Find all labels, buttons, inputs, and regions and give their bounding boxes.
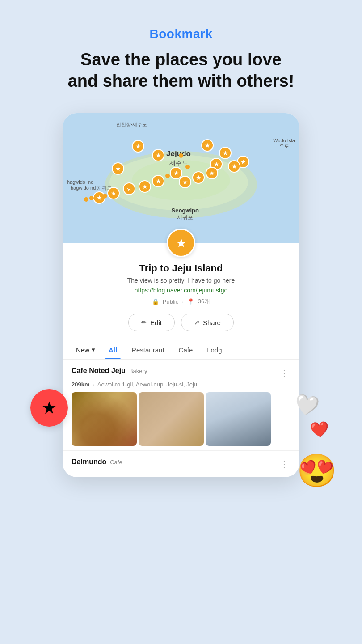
- share-icon: ↗: [194, 318, 200, 326]
- headline: Save the places you love and share them …: [50, 49, 312, 92]
- edit-button[interactable]: ✏ Edit: [128, 314, 175, 331]
- map-dot: [185, 165, 190, 169]
- place-item-1: Cafe Noted Jeju Bakery ⋮ 209km · Aewol-r…: [63, 360, 299, 451]
- tab-restaurant[interactable]: Restaurant: [124, 341, 171, 359]
- map-dot: [127, 185, 132, 189]
- photo-1: [72, 392, 137, 446]
- map-dot: [89, 196, 94, 200]
- map-pin: ★: [206, 167, 218, 179]
- deco-bookmark-left: ★: [30, 389, 68, 427]
- place-item-2: Delmundo Cafe ⋮: [63, 451, 299, 477]
- map-pin: ★: [219, 147, 232, 159]
- deco-heart-top: 🤍: [293, 392, 321, 419]
- collection-description: The view is so pretty! I have to go here: [75, 277, 287, 284]
- tab-cafe[interactable]: Cafe: [172, 341, 200, 359]
- tab-all[interactable]: All: [101, 341, 124, 359]
- tab-lodg[interactable]: Lodg...: [200, 341, 235, 359]
- edit-icon: ✏: [141, 318, 147, 326]
- pin-icon: 📍: [187, 298, 194, 305]
- map-pin: ★: [107, 187, 120, 199]
- tabs-row: New ▾ All Restaurant Cafe Lodg...: [63, 340, 299, 360]
- map-pin: ★: [152, 149, 164, 161]
- map-pin: ★: [139, 180, 151, 193]
- map-pin: ★: [152, 175, 164, 187]
- map-dot: [165, 174, 170, 178]
- collection-meta: 🔒 Public · 📍 36개: [75, 297, 287, 305]
- place-name-row-2: Delmundo Cafe: [72, 458, 122, 466]
- map-label-incheon: 인천항·제주도: [116, 121, 147, 128]
- map-label-seogwipo: Seogwipo 서귀포: [172, 207, 199, 221]
- map-dot: [103, 194, 107, 198]
- collection-link[interactable]: https://blog.naver.com/jejumustgo: [75, 287, 287, 294]
- map-dot: [84, 197, 88, 202]
- map-area: 인천항·제주도 Wudo Isla 우도 hagwido ndhagwido n…: [63, 113, 299, 243]
- map-pin: ★: [179, 176, 191, 188]
- lock-icon: 🔒: [152, 298, 159, 305]
- collection-title: Trip to Jeju Island: [75, 263, 287, 274]
- action-buttons: ✏ Edit ↗ Share: [75, 314, 287, 331]
- place-category-2: Cafe: [110, 459, 122, 466]
- place-name-row: Cafe Noted Jeju Bakery: [72, 367, 147, 375]
- chevron-down-icon: ▾: [92, 346, 95, 354]
- more-button-2[interactable]: ⋮: [278, 458, 290, 470]
- deco-heart-mid: ❤️: [309, 419, 329, 439]
- photo-2: [139, 392, 204, 446]
- map-pin: ★: [201, 139, 214, 152]
- photo-3: [206, 392, 271, 446]
- more-button[interactable]: ⋮: [278, 367, 290, 379]
- feature-label: Bookmark: [150, 27, 213, 41]
- map-dot: [179, 153, 183, 158]
- place-address: 209km · Aewol-ro 1-gil, Aewol-eup, Jeju-…: [72, 381, 290, 388]
- place-header-2: Delmundo Cafe ⋮: [72, 458, 290, 470]
- map-pin: ★: [112, 162, 124, 175]
- place-name-2: Delmundo: [72, 458, 106, 466]
- share-button[interactable]: ↗ Share: [181, 314, 234, 331]
- collection-profile: ★ Trip to Jeju Island The view is so pre…: [63, 229, 299, 331]
- map-pin: ★: [132, 140, 144, 153]
- map-dot: [114, 189, 118, 194]
- map-pin: ★: [192, 171, 205, 184]
- place-name: Cafe Noted Jeju: [72, 367, 126, 375]
- map-pin: ★: [170, 167, 182, 179]
- phone-card: 인천항·제주도 Wudo Isla 우도 hagwido ndhagwido n…: [63, 113, 299, 477]
- map-label-wudo: Wudo Isla 우도: [273, 138, 295, 150]
- place-header: Cafe Noted Jeju Bakery ⋮: [72, 367, 290, 379]
- photo-row: [72, 392, 290, 446]
- map-pin: ★: [228, 160, 240, 173]
- collection-icon: ★: [167, 229, 195, 257]
- map-label-hagwido: hagwido ndhagwido nd 차귀도: [67, 179, 112, 191]
- deco-emoji: 😍: [297, 452, 337, 490]
- tab-new[interactable]: New ▾: [70, 340, 101, 359]
- place-category: Bakery: [129, 368, 147, 374]
